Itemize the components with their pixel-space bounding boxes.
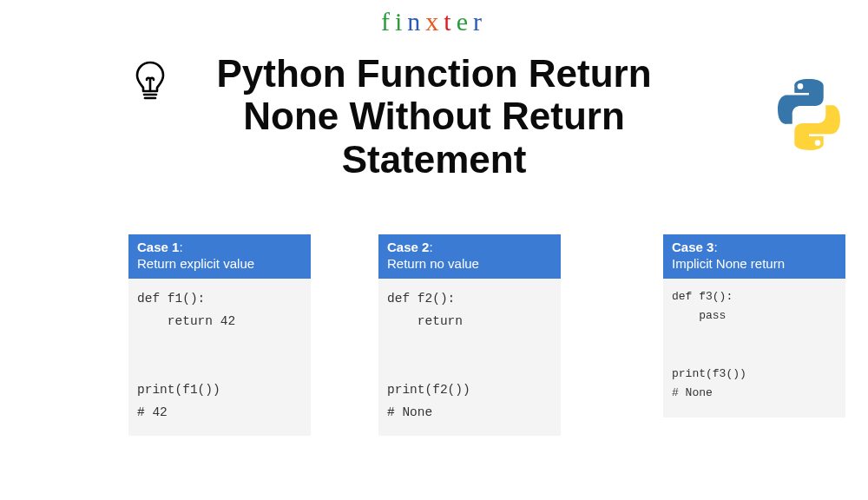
brand-letter-6: r <box>473 7 487 36</box>
case-3-header: Case 3: Implicit None return <box>663 234 845 280</box>
title-row: Python Function Return None Without Retu… <box>0 52 868 181</box>
brand-letter-3: x <box>425 7 444 36</box>
case-1-code: def f1(): return 42 print(f1()) # 42 <box>128 279 311 436</box>
case-2-num: Case 2 <box>387 240 429 254</box>
brand-logo: finxter <box>0 0 868 36</box>
case-1-desc: Return explicit value <box>137 256 254 271</box>
case-3-code: def f3(): pass print(f3()) # None <box>663 279 845 418</box>
brand-letter-4: t <box>444 7 456 36</box>
case-3: Case 3: Implicit None return def f3(): p… <box>663 234 845 436</box>
page-title: Python Function Return None Without Retu… <box>165 52 703 181</box>
brand-letter-2: n <box>407 7 425 36</box>
case-1-num: Case 1 <box>137 240 179 254</box>
brand-letter-0: f <box>381 7 395 36</box>
brand-letter-5: e <box>457 7 473 36</box>
case-3-desc: Implicit None return <box>672 256 785 271</box>
brand-letter-1: i <box>395 7 407 36</box>
case-2-desc: Return no value <box>387 256 479 271</box>
cases-container: Case 1: Return explicit value def f1(): … <box>0 234 868 436</box>
python-logo-icon <box>769 75 849 158</box>
case-1: Case 1: Return explicit value def f1(): … <box>128 234 311 436</box>
case-2-header: Case 2: Return no value <box>378 234 561 280</box>
case-3-num: Case 3 <box>672 240 713 254</box>
case-1-header: Case 1: Return explicit value <box>128 234 311 280</box>
case-2: Case 2: Return no value def f2(): return… <box>378 234 561 436</box>
lightbulb-icon <box>132 59 168 108</box>
case-2-code: def f2(): return print(f2()) # None <box>378 279 561 436</box>
